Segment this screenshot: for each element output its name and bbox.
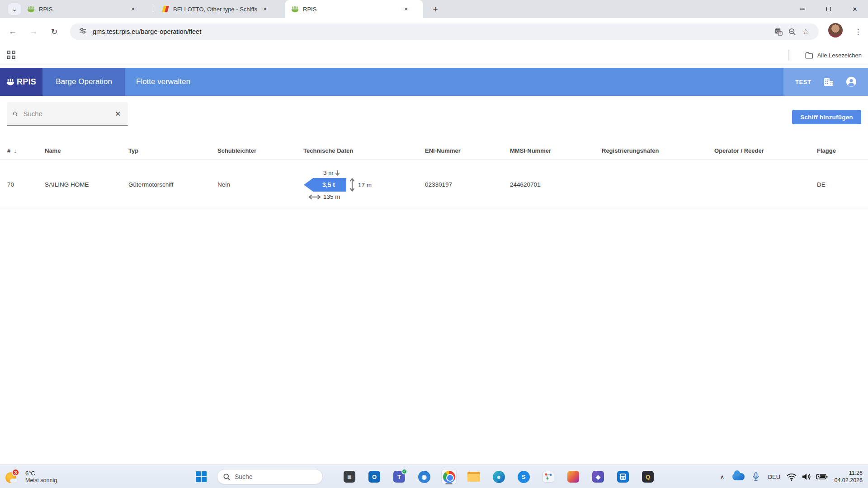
- svg-text:文: 文: [778, 32, 782, 35]
- bookmarks-divider: [788, 50, 789, 61]
- column-header-mmsi[interactable]: MMSI-Nummer: [510, 147, 551, 154]
- search-icon: [223, 473, 231, 481]
- weather-temperature: 6°C: [25, 470, 57, 477]
- column-header-eni[interactable]: ENI-Nummer: [425, 147, 461, 154]
- nav-barge-operation[interactable]: Barge Operation: [42, 68, 125, 96]
- video-app-icon[interactable]: ◉: [417, 469, 431, 484]
- tab-separator: [153, 5, 153, 13]
- tab-label: RPIS: [303, 6, 398, 13]
- tab-bellotto[interactable]: BELLOTTO, Other type - Schiffsc ✕: [156, 0, 281, 18]
- folder-icon: [805, 52, 813, 59]
- rpis-logo[interactable]: RPIS: [0, 68, 42, 96]
- cell-schubleichter: Nein: [217, 181, 230, 188]
- window-close-button[interactable]: ✕: [842, 0, 868, 18]
- clock[interactable]: 11:26 04.02.2026: [834, 469, 863, 484]
- edge-icon[interactable]: e: [491, 469, 506, 484]
- fleet-search-field[interactable]: ✕: [7, 102, 128, 126]
- rpis-favicon: [27, 6, 35, 13]
- column-header-registrierungshafen[interactable]: Registrierungshafen: [602, 147, 659, 154]
- cell-name: SAILING HOME: [45, 181, 89, 188]
- zoom-out-icon[interactable]: [785, 25, 799, 38]
- column-header-typ[interactable]: Typ: [128, 147, 138, 154]
- outlook-icon[interactable]: O: [367, 469, 382, 484]
- sort-desc-icon[interactable]: ↓: [14, 147, 17, 154]
- browser-menu-icon[interactable]: ⋮: [852, 24, 864, 39]
- length-value: 135 m: [323, 193, 340, 200]
- fleet-page: ✕ Schiff hinzufügen #↓ Name Typ Schublei…: [0, 96, 868, 465]
- teams-icon[interactable]: T✓: [392, 469, 406, 484]
- address-bar[interactable]: gms.test.rpis.eu/barge-operation/fleet G…: [70, 23, 819, 40]
- site-settings-icon[interactable]: [79, 27, 86, 36]
- column-header-number[interactable]: #↓: [7, 147, 17, 154]
- onedrive-icon[interactable]: [729, 473, 748, 480]
- table-row[interactable]: 70 SAILING HOME Gütermotorschiff Nein 3 …: [0, 160, 868, 209]
- taskbar-search-input[interactable]: [235, 473, 317, 480]
- rpis-favicon: [291, 6, 299, 13]
- tab-rpis-1[interactable]: RPIS ✕: [21, 0, 151, 18]
- diagram-app-icon[interactable]: [541, 469, 556, 484]
- battery-icon[interactable]: [814, 474, 830, 480]
- language-indicator[interactable]: DEU: [764, 474, 784, 480]
- tab-search-chevron-icon[interactable]: ⌄: [8, 3, 21, 15]
- cell-typ: Gütermotorschiff: [128, 181, 174, 188]
- clock-date: 04.02.2026: [834, 477, 863, 484]
- apps-grid-icon[interactable]: [7, 51, 17, 61]
- window-maximize-button[interactable]: [816, 0, 842, 18]
- forward-button[interactable]: →: [26, 24, 41, 39]
- media-app-icon[interactable]: [566, 469, 580, 484]
- wifi-icon[interactable]: [784, 473, 799, 481]
- system-tray: ∧ DEU 11:26 04.02.2026: [715, 465, 868, 488]
- weather-widget[interactable]: 3 6°C Meist sonnig: [5, 465, 57, 488]
- window-controls: ✕: [789, 0, 868, 18]
- nav-flotte-verwalten[interactable]: Flotte verwalten: [125, 68, 190, 96]
- profile-avatar[interactable]: [828, 23, 843, 38]
- organization-icon[interactable]: [823, 77, 834, 87]
- column-header-flagge[interactable]: Flagge: [817, 147, 836, 154]
- all-bookmarks-button[interactable]: Alle Lesezeichen: [805, 45, 862, 65]
- beam-value: 17 m: [358, 182, 372, 188]
- column-header-schubleichter[interactable]: Schubleichter: [217, 147, 256, 154]
- reload-button[interactable]: ↻: [47, 24, 61, 39]
- tab-rpis-active[interactable]: RPIS ✕: [285, 0, 423, 18]
- rpis-app-header: RPIS Barge Operation Flotte verwalten TE…: [0, 68, 868, 96]
- column-header-name[interactable]: Name: [45, 147, 61, 154]
- url-text[interactable]: gms.test.rpis.eu/barge-operation/fleet: [93, 28, 772, 35]
- microphone-icon[interactable]: [748, 472, 764, 481]
- tab-close-icon[interactable]: ✕: [402, 5, 410, 13]
- tray-chevron-up-icon[interactable]: ∧: [715, 474, 729, 480]
- calculator-icon[interactable]: [616, 469, 630, 484]
- cube-app-icon[interactable]: ◆: [591, 469, 605, 484]
- tab-close-icon[interactable]: ✕: [129, 5, 137, 13]
- browser-toolbar: ← → ↻ gms.test.rpis.eu/barge-operation/f…: [0, 18, 868, 45]
- header-right-section: TEST: [783, 68, 868, 96]
- skype-icon[interactable]: S: [516, 469, 531, 484]
- rpis-logo-icon: [6, 79, 14, 85]
- add-ship-button[interactable]: Schiff hinzufügen: [792, 110, 861, 124]
- tonnage-value: 3,5 t: [322, 181, 335, 188]
- volume-icon[interactable]: [799, 473, 814, 481]
- file-explorer-icon[interactable]: [467, 469, 481, 484]
- search-icon: [13, 110, 18, 118]
- new-tab-button[interactable]: +: [429, 4, 441, 15]
- draft-value: 3 m: [323, 169, 334, 176]
- back-button[interactable]: ←: [5, 24, 20, 39]
- bookmark-star-icon[interactable]: ☆: [799, 25, 812, 38]
- start-button[interactable]: [196, 471, 207, 482]
- weather-icon: 3: [5, 469, 21, 485]
- fleet-search-input[interactable]: [23, 110, 113, 117]
- column-header-technische-daten[interactable]: Technische Daten: [303, 147, 353, 154]
- clear-search-icon[interactable]: ✕: [113, 108, 123, 120]
- bellotto-favicon: [162, 5, 169, 13]
- translate-icon[interactable]: G文: [772, 25, 785, 38]
- remote-desktop-icon[interactable]: ▦: [342, 469, 357, 484]
- q-app-icon[interactable]: Q: [641, 469, 655, 484]
- tab-close-icon[interactable]: ✕: [261, 5, 269, 13]
- account-icon[interactable]: [846, 76, 857, 87]
- window-minimize-button[interactable]: [789, 0, 816, 18]
- beam-arrow-icon: [349, 178, 355, 192]
- chrome-icon[interactable]: [442, 469, 456, 484]
- rpis-logo-text: RPIS: [17, 77, 36, 87]
- taskbar-search[interactable]: [217, 469, 323, 484]
- column-header-operator[interactable]: Operator / Reeder: [714, 147, 764, 154]
- status-check-badge: ✓: [401, 469, 407, 474]
